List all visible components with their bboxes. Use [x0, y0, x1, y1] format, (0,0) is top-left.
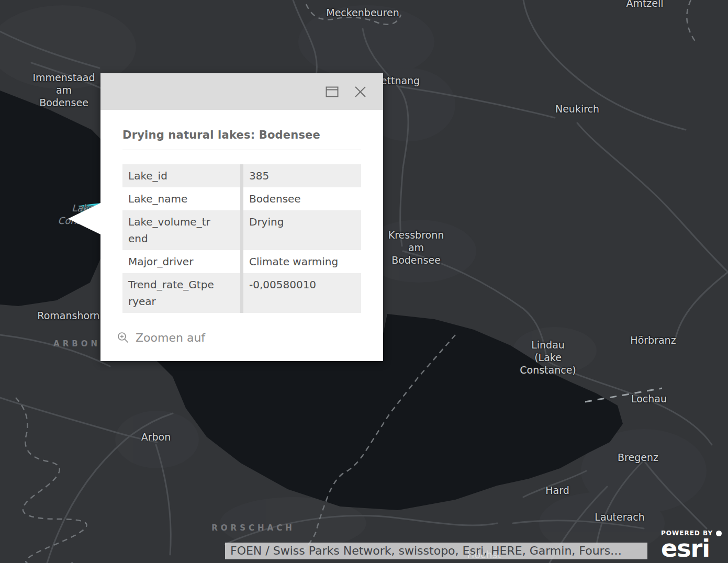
attribute-table: Lake_id385Lake_nameBodenseeLake_volume_t…: [122, 164, 361, 313]
map-label-immenstaad-am-bodensee: Immenstaad am Bodensee: [32, 71, 95, 109]
field-row: Lake_nameBodensee: [122, 187, 361, 210]
map-label-neukirch: Neukirch: [555, 103, 599, 115]
field-value: Drying: [243, 210, 361, 250]
close-icon: [354, 86, 366, 98]
esri-logo: POWERED BY esri: [661, 530, 723, 559]
popup-header: [100, 73, 383, 110]
map-label-amtzell: Amtzell: [626, 0, 663, 9]
popup-callout-arrow: [68, 203, 100, 234]
field-value: 385: [243, 164, 361, 187]
map-label-meckenbeuren: Meckenbeuren: [326, 6, 399, 19]
field-label: Trend_rate_Gtperyear: [122, 273, 240, 313]
field-value: -0,00580010: [243, 273, 361, 313]
dock-button[interactable]: [326, 86, 339, 97]
map-application: MeckenbeurenAmtzellImmenstaad am Bodense…: [0, 0, 728, 563]
map-label-kressbronn-am-bodensee: Kressbronn am Bodensee: [388, 229, 444, 266]
zoom-to-label: Zoomen auf: [136, 331, 205, 344]
popup-title-divider: [122, 150, 361, 150]
field-row: Lake_id385: [122, 164, 361, 187]
popup-body: Drying natural lakes: Bodensee Lake_id38…: [100, 129, 383, 345]
map-label-lindau-lake-constance: Lindau (Lake Constance): [520, 339, 576, 376]
map-label-lauterach: Lauterach: [595, 511, 644, 523]
map-label-arbon: Arbon: [141, 431, 171, 443]
attribution-bar: FOEN / Swiss Parks Network, swisstopo, E…: [225, 543, 647, 559]
field-value: Bodensee: [243, 187, 361, 210]
field-label: Lake_name: [122, 187, 240, 210]
map-label-romanshorn: Romanshorn: [37, 309, 99, 322]
map-label-lochau: Lochau: [631, 392, 667, 405]
popup-title: Drying natural lakes: Bodensee: [122, 129, 361, 141]
field-row: Major_driverClimate warming: [122, 250, 361, 273]
esri-globe-dot-icon: [716, 531, 722, 536]
field-row: Lake_volume_trendDrying: [122, 210, 361, 250]
field-label: Lake_id: [122, 164, 240, 187]
field-row: Trend_rate_Gtperyear-0,00580010: [122, 273, 361, 313]
field-value: Climate warming: [243, 250, 361, 273]
map-label-bregenz: Bregenz: [618, 451, 658, 464]
map-label-arbon: ARBON: [53, 337, 100, 350]
esri-wordmark: esri: [661, 538, 723, 559]
zoom-in-magnifier-icon: [117, 332, 129, 344]
field-label: Lake_volume_trend: [122, 210, 240, 250]
attribution-text: FOEN / Swiss Parks Network, swisstopo, E…: [230, 544, 622, 557]
map-label-hörbranz: Hörbranz: [630, 334, 676, 346]
close-button[interactable]: [354, 86, 366, 98]
zoom-to-action[interactable]: Zoomen auf: [114, 331, 208, 345]
map-label-ettnang: ettnang: [381, 74, 420, 87]
field-label: Major_driver: [122, 250, 240, 273]
dock-icon: [326, 86, 339, 97]
map-label-hard: Hard: [545, 484, 569, 497]
map-label-rorschach: RORSCHACH: [211, 522, 295, 534]
popup: Drying natural lakes: Bodensee Lake_id38…: [100, 73, 383, 361]
